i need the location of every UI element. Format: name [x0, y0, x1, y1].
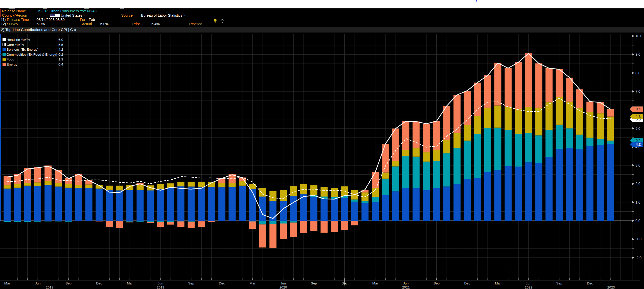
- svg-text:1.3: 1.3: [636, 115, 641, 119]
- svg-text:Dec: Dec: [341, 281, 347, 285]
- svg-text:0.4: 0.4: [636, 107, 641, 111]
- svg-text:Sep: Sep: [66, 281, 72, 285]
- legend-value: 0.4: [58, 62, 66, 66]
- svg-text:Sep: Sep: [188, 281, 194, 285]
- bars-services: [4, 144, 614, 221]
- svg-text:Dec: Dec: [96, 281, 102, 285]
- bloomberg-eco-screen: Release Name US CPI Urban Consumers YoY …: [0, 0, 644, 289]
- svg-text:2022: 2022: [525, 285, 532, 289]
- legend-label: Food: [7, 57, 14, 61]
- svg-text:-2.0: -2.0: [635, 256, 641, 260]
- svg-text:5.0: 5.0: [635, 126, 640, 131]
- legend-value: 4.2: [58, 48, 66, 51]
- x-axis-month-labels: MarJunSepDecMarJunSepDecMarJunSepDecMarJ…: [4, 281, 593, 285]
- svg-text:2.0: 2.0: [635, 182, 640, 186]
- legend-value: 5.5: [58, 43, 66, 47]
- legend-value: 6.0: [58, 38, 66, 42]
- legend-label: Commodities (Ex Food & Energy): [7, 53, 57, 56]
- cpi-contributions-chart[interactable]: MarJunSepDecMarJunSepDecMarJunSepDecMarJ…: [0, 0, 644, 289]
- svg-text:Sep: Sep: [311, 281, 317, 285]
- svg-text:Mar: Mar: [4, 281, 10, 285]
- svg-text:9.0: 9.0: [635, 52, 640, 56]
- legend-label: Services (Ex Energy): [7, 48, 39, 51]
- svg-text:0.0: 0.0: [635, 219, 640, 223]
- svg-text:2019: 2019: [157, 285, 164, 289]
- svg-text:2023: 2023: [607, 285, 615, 289]
- svg-text:3.0: 3.0: [635, 163, 640, 167]
- svg-text:Jun: Jun: [35, 281, 41, 285]
- legend-swatch-icon: [3, 38, 6, 41]
- svg-text:Mar: Mar: [127, 281, 133, 285]
- svg-text:Dec: Dec: [464, 281, 470, 285]
- legend-label: Core YoY%: [7, 43, 24, 47]
- legend-value: 0.2: [58, 53, 66, 56]
- svg-text:1.0: 1.0: [635, 200, 640, 204]
- legend-value: 1.3: [58, 57, 66, 61]
- svg-text:8.0: 8.0: [635, 71, 640, 75]
- legend-item[interactable]: Core YoY%5.5: [3, 42, 66, 47]
- svg-text:Jun: Jun: [280, 281, 286, 285]
- axes: [0, 34, 640, 285]
- svg-text:Jun: Jun: [403, 281, 409, 285]
- legend-dashed-line-swatch-icon: [3, 43, 6, 46]
- svg-text:2018: 2018: [46, 285, 53, 289]
- svg-text:Mar: Mar: [495, 281, 501, 285]
- svg-text:4.2: 4.2: [636, 142, 641, 146]
- svg-text:-1.0: -1.0: [635, 237, 641, 241]
- chart-legend: Headline YoY%6.0Core YoY%5.5Services (Ex…: [3, 37, 66, 67]
- legend-label: Headline YoY%: [7, 38, 30, 42]
- legend-swatch-icon: [3, 63, 6, 66]
- legend-item[interactable]: Headline YoY%6.0: [3, 37, 66, 42]
- x-axis-year-labels: 201820192020202120222023: [46, 285, 615, 289]
- legend-swatch-icon: [3, 53, 6, 56]
- svg-text:2021: 2021: [402, 285, 410, 289]
- svg-text:Mar: Mar: [372, 281, 378, 285]
- bars-energy: [4, 53, 614, 248]
- svg-text:2020: 2020: [279, 285, 287, 289]
- legend-item[interactable]: Food1.3: [3, 57, 66, 62]
- legend-label: Energy: [7, 62, 17, 66]
- legend-swatch-icon: [3, 48, 6, 51]
- plot-left-edge: [0, 34, 1, 221]
- svg-text:Mar: Mar: [250, 281, 256, 285]
- svg-text:Jun: Jun: [526, 281, 531, 285]
- legend-item[interactable]: Energy0.4: [3, 62, 66, 67]
- svg-text:Dec: Dec: [587, 281, 593, 285]
- legend-item[interactable]: Services (Ex Energy)4.2: [3, 47, 66, 52]
- legend-swatch-icon: [3, 58, 6, 61]
- svg-text:Dec: Dec: [219, 281, 225, 285]
- svg-text:10.0: 10.0: [635, 34, 642, 38]
- bars-food: [4, 97, 614, 201]
- svg-text:Sep: Sep: [556, 281, 562, 285]
- svg-text:7.0: 7.0: [635, 89, 640, 93]
- svg-text:Jun: Jun: [158, 281, 163, 285]
- legend-item[interactable]: Commodities (Ex Food & Energy)0.2: [3, 52, 66, 57]
- svg-text:Sep: Sep: [434, 281, 440, 285]
